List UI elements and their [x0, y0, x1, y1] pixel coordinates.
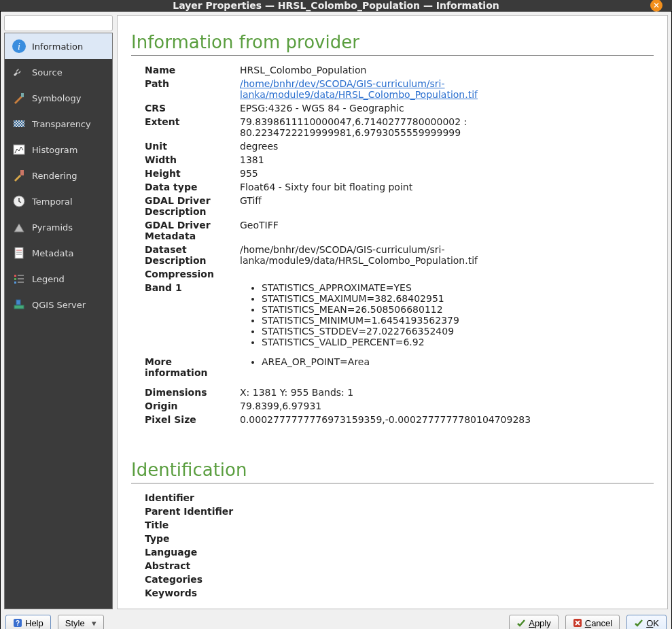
sidebar-item-label: Source: [32, 67, 63, 78]
help-label: Help: [25, 618, 43, 628]
style-label: Style: [65, 618, 85, 628]
sidebar-item-label: Legend: [32, 274, 65, 284]
info-value-moreinfo: AREA_OR_POINT=Area: [240, 350, 654, 379]
section-title-identification: Identification: [131, 460, 654, 480]
info-label-gdal-driver-desc: GDAL Driver Description: [145, 194, 240, 218]
info-label-band1: Band 1: [145, 282, 240, 348]
info-value-unit: degrees: [240, 140, 654, 152]
info-value-extent: 79.8398611110000047,6.7140277780000002 :…: [240, 116, 654, 139]
sidebar-item-label: Metadata: [32, 248, 74, 258]
sidebar-item-label: Rendering: [32, 171, 77, 181]
nav-list: i Information Source Symbology Transpare…: [4, 33, 113, 609]
sidebar-item-pyramids[interactable]: Pyramids: [5, 214, 112, 240]
ident-label-abstract: Abstract: [145, 560, 240, 572]
ok-check-icon: [634, 618, 643, 628]
info-value-name: HRSL_Colombo_Population: [240, 64, 654, 76]
info-value-gdal-driver-meta: GeoTIFF: [240, 219, 654, 242]
sidebar-item-temporal[interactable]: Temporal: [5, 188, 112, 214]
ident-label-language: Language: [145, 546, 240, 558]
section-divider: [131, 55, 654, 56]
info-label-extent: Extent: [145, 116, 240, 139]
ident-label-categories: Categories: [145, 573, 240, 585]
svg-rect-6: [14, 120, 24, 127]
info-label-datatype: Data type: [145, 181, 240, 193]
cancel-icon: [573, 618, 582, 628]
info-value-compression: [240, 268, 654, 280]
svg-rect-12: [15, 248, 23, 258]
identification-grid: Identifier Parent Identifier Title Type …: [145, 492, 654, 599]
sidebar-item-legend[interactable]: Legend: [5, 266, 112, 292]
sidebar-item-rendering[interactable]: Rendering: [5, 163, 112, 188]
info-value-pixelsize: 0.0002777777776973159359,-0.000277777778…: [240, 413, 654, 426]
sidebar-item-histogram[interactable]: Histogram: [5, 137, 112, 163]
sidebar-item-label: Pyramids: [32, 222, 73, 233]
button-bar: ? Help Style ▾ Apply Cancel OK: [4, 612, 668, 629]
wrench-icon: [12, 65, 26, 80]
sidebar-item-information[interactable]: i Information: [5, 33, 112, 59]
info-label-name: Name: [145, 64, 240, 76]
close-icon[interactable]: ✕: [650, 0, 662, 12]
info-label-crs: CRS: [145, 102, 240, 114]
help-button[interactable]: ? Help: [5, 615, 51, 629]
chevron-down-icon: ▾: [88, 618, 96, 628]
window: Layer Properties — HRSL_Colombo_Populati…: [0, 0, 672, 629]
ident-label-title: Title: [145, 519, 240, 531]
sidebar-item-qgis-server[interactable]: QGIS Server: [5, 292, 112, 318]
info-path-link[interactable]: /home/bnhr/dev/SCODA/GIS-curriculum/sri-…: [240, 78, 478, 100]
client-area: i Information Source Symbology Transpare…: [0, 11, 672, 629]
info-value-band1: STATISTICS_APPROXIMATE=YES STATISTICS_MA…: [240, 282, 654, 348]
search-input-container[interactable]: [4, 15, 113, 31]
svg-rect-22: [14, 305, 24, 309]
info-value-datatype: Float64 - Sixty four bit floating point: [240, 181, 654, 193]
ok-label: OK: [646, 618, 659, 628]
sidebar-item-label: Transparency: [32, 119, 91, 129]
info-label-moreinfo: More information: [145, 350, 240, 379]
band1-stat: STATISTICS_MAXIMUM=382.68402951: [262, 293, 654, 304]
content-panel[interactable]: Information from provider Name HRSL_Colo…: [117, 15, 668, 609]
band1-stat: STATISTICS_MEAN=26.508506680112: [262, 304, 654, 315]
info-value-dataset-desc: /home/bnhr/dev/SCODA/GIS-curriculum/sri-…: [240, 243, 654, 267]
ident-label-identifier: Identifier: [145, 492, 240, 504]
info-value-dimensions: X: 1381 Y: 955 Bands: 1: [240, 380, 654, 398]
apply-button[interactable]: Apply: [509, 615, 559, 629]
style-button[interactable]: Style ▾: [58, 615, 104, 629]
info-label-unit: Unit: [145, 140, 240, 152]
ident-label-keywords: Keywords: [145, 587, 240, 599]
sidebar-item-label: Symbology: [32, 93, 81, 103]
band1-stat: STATISTICS_VALID_PERCENT=6.92: [262, 337, 654, 347]
sidebar-item-label: Histogram: [32, 145, 77, 155]
svg-rect-16: [14, 275, 16, 277]
svg-rect-18: [14, 282, 16, 284]
search-input[interactable]: [7, 18, 124, 29]
section-title-provider: Information from provider: [131, 32, 654, 52]
info-value-crs: EPSG:4326 - WGS 84 - Geographic: [240, 102, 654, 114]
window-title: Layer Properties — HRSL_Colombo_Populati…: [173, 0, 499, 11]
transparency-icon: [12, 116, 26, 131]
sidebar-item-label: Temporal: [32, 197, 73, 207]
info-label-origin: Origin: [145, 400, 240, 412]
band1-stat: STATISTICS_STDDEV=27.022766352409: [262, 326, 654, 337]
legend-icon: [12, 271, 26, 286]
info-value-origin: 79.8399,6.97931: [240, 400, 654, 412]
sidebar-item-symbology[interactable]: Symbology: [5, 85, 112, 111]
moreinfo-item: AREA_OR_POINT=Area: [262, 356, 654, 367]
sidebar: i Information Source Symbology Transpare…: [4, 15, 113, 609]
ok-button[interactable]: OK: [626, 615, 667, 629]
info-value-height: 955: [240, 167, 654, 180]
sidebar-item-label: QGIS Server: [32, 300, 86, 310]
cancel-label: Cancel: [585, 618, 612, 628]
sidebar-item-metadata[interactable]: Metadata: [5, 240, 112, 266]
band1-stat: STATISTICS_APPROXIMATE=YES: [262, 282, 654, 293]
paintbrush-icon: [12, 168, 26, 183]
cancel-button[interactable]: Cancel: [565, 615, 620, 629]
info-label-width: Width: [145, 154, 240, 166]
svg-rect-4: [21, 93, 24, 97]
svg-text:?: ?: [16, 619, 20, 627]
info-value-width: 1381: [240, 154, 654, 166]
info-label-path: Path: [145, 78, 240, 101]
sidebar-item-source[interactable]: Source: [5, 59, 112, 85]
sidebar-item-transparency[interactable]: Transparency: [5, 111, 112, 137]
brush-icon: [12, 90, 26, 105]
svg-text:i: i: [18, 41, 20, 52]
info-label-height: Height: [145, 167, 240, 180]
